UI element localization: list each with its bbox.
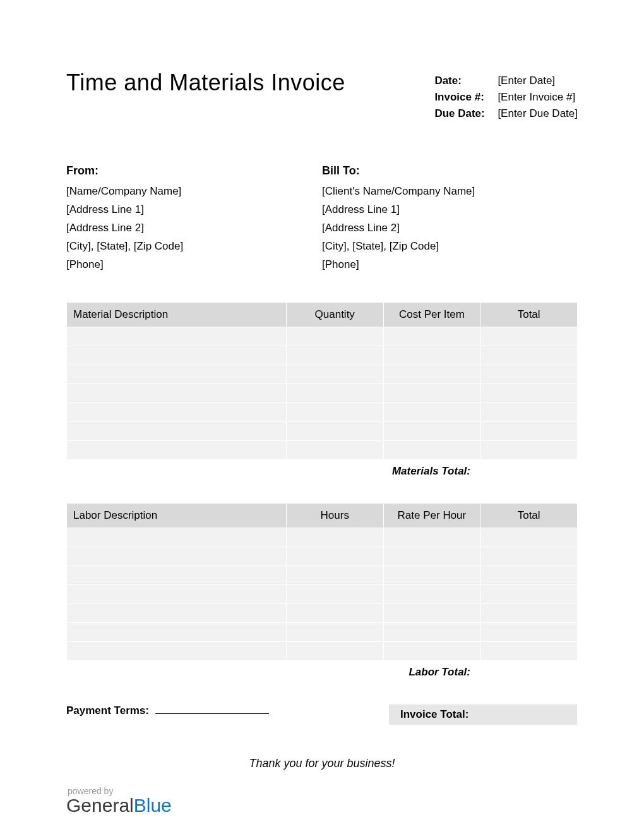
generalblue-logo: GeneralBlue <box>66 795 578 816</box>
table-row <box>67 422 578 441</box>
materials-header-desc: Material Description <box>67 303 287 327</box>
billto-line[interactable]: [Phone] <box>322 258 578 271</box>
materials-header-qty: Quantity <box>286 303 383 327</box>
labor-header-desc: Labor Description <box>67 504 287 528</box>
table-row <box>67 566 578 585</box>
from-line[interactable]: [Address Line 1] <box>66 203 322 216</box>
invoice-number-label: Invoice #: <box>434 91 498 104</box>
page-title: Time and Materials Invoice <box>66 70 345 96</box>
materials-header-cost: Cost Per Item <box>383 303 480 327</box>
payment-terms: Payment Terms: <box>66 704 269 717</box>
labor-header-rate: Rate Per Hour <box>383 504 480 528</box>
table-row <box>67 384 578 403</box>
table-row <box>67 441 578 460</box>
table-row <box>67 346 578 365</box>
address-row: From: [Name/Company Name] [Address Line … <box>66 164 578 277</box>
billto-line[interactable]: [Client's Name/Company Name] <box>322 185 578 198</box>
logo-general: General <box>66 795 134 816</box>
labor-table: Labor Description Hours Rate Per Hour To… <box>66 503 578 661</box>
table-row <box>67 528 578 547</box>
table-row <box>67 327 578 346</box>
table-row <box>67 585 578 604</box>
billto-line[interactable]: [City], [State], [Zip Code] <box>322 240 578 253</box>
labor-total-label: Labor Total: <box>66 666 578 679</box>
materials-table: Material Description Quantity Cost Per I… <box>66 302 578 460</box>
from-heading: From: <box>66 164 322 178</box>
labor-header-total: Total <box>480 504 578 528</box>
payment-terms-label: Payment Terms: <box>66 704 149 717</box>
thank-you-text: Thank you for your business! <box>66 757 578 770</box>
billto-line[interactable]: [Address Line 2] <box>322 222 578 234</box>
from-line[interactable]: [Name/Company Name] <box>66 185 322 198</box>
table-row <box>67 547 578 566</box>
materials-total-label: Materials Total: <box>66 465 578 478</box>
invoice-total-label: Invoice Total: <box>388 704 578 725</box>
table-row <box>67 623 578 642</box>
date-value[interactable]: [Enter Date] <box>498 75 555 87</box>
from-line[interactable]: [City], [State], [Zip Code] <box>66 240 322 253</box>
from-line[interactable]: [Address Line 2] <box>66 222 322 234</box>
table-row <box>67 365 578 384</box>
invoice-number-value[interactable]: [Enter Invoice #] <box>498 91 575 104</box>
due-date-label: Due Date: <box>434 107 498 120</box>
table-row <box>67 642 578 661</box>
billto-block: Bill To: [Client's Name/Company Name] [A… <box>322 164 578 277</box>
table-row <box>67 604 578 623</box>
billto-line[interactable]: [Address Line 1] <box>322 203 578 216</box>
from-line[interactable]: [Phone] <box>66 258 322 271</box>
labor-header-hours: Hours <box>286 504 383 528</box>
due-date-value[interactable]: [Enter Due Date] <box>498 107 578 120</box>
table-row <box>67 403 578 422</box>
bottom-row: Payment Terms: Invoice Total: <box>66 704 578 725</box>
materials-header-total: Total <box>480 303 578 327</box>
logo-blue: Blue <box>134 795 172 816</box>
payment-terms-input[interactable] <box>155 704 269 714</box>
date-label: Date: <box>434 75 498 87</box>
header-row: Time and Materials Invoice Date: [Enter … <box>66 70 578 120</box>
meta-block: Date: [Enter Date] Invoice #: [Enter Inv… <box>434 75 578 120</box>
logo-block: powered by GeneralBlue <box>66 786 578 816</box>
billto-heading: Bill To: <box>322 164 578 178</box>
from-block: From: [Name/Company Name] [Address Line … <box>66 164 322 277</box>
